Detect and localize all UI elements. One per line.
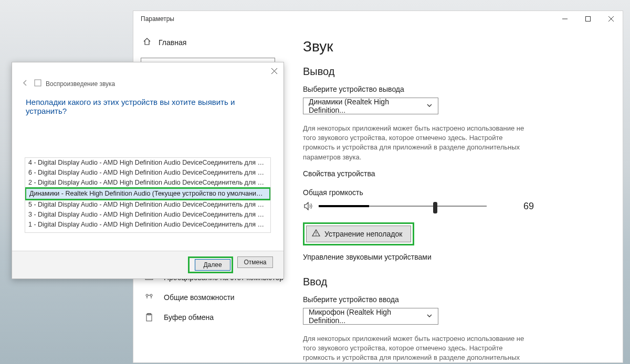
volume-label: Общая громкость xyxy=(303,188,607,197)
minimize-button[interactable] xyxy=(553,11,576,27)
svg-point-10 xyxy=(150,294,152,296)
device-row[interactable]: 3 - Digital Display Audio - AMD High Def… xyxy=(25,210,270,220)
home-label: Главная xyxy=(159,38,186,47)
troubleshooter-dialog: Воспроизведение звука Неполадки какого и… xyxy=(12,62,284,279)
device-row[interactable]: 1 - Digital Display Audio - AMD High Def… xyxy=(25,220,270,230)
dialog-close-button[interactable] xyxy=(269,66,279,76)
back-icon[interactable] xyxy=(22,79,29,88)
settings-window-title: Параметры xyxy=(141,15,174,23)
chevron-down-icon xyxy=(426,312,433,320)
volume-value: 69 xyxy=(518,201,534,212)
sidebar-item-label: Буфер обмена xyxy=(164,313,214,322)
volume-slider[interactable] xyxy=(319,201,487,211)
device-row[interactable]: 5 - Digital Display Audio - AMD High Def… xyxy=(25,200,270,210)
home-icon xyxy=(143,37,151,47)
dialog-header: Воспроизведение звука xyxy=(12,76,284,98)
sidebar-item-label: Общие возможности xyxy=(164,293,235,302)
shared-icon xyxy=(144,293,154,302)
svg-rect-17 xyxy=(35,80,41,86)
troubleshoot-button[interactable]: Устранение неполадок xyxy=(306,226,411,242)
home-nav[interactable]: Главная xyxy=(143,37,285,47)
output-section: Вывод xyxy=(303,66,607,78)
device-list[interactable]: 4 - Digital Display Audio - AMD High Def… xyxy=(25,157,271,233)
device-row[interactable]: 2 - Digital Display Audio - AMD High Def… xyxy=(25,178,270,188)
input-section: Ввод xyxy=(303,276,607,288)
svg-point-9 xyxy=(146,294,148,296)
volume-control: 69 xyxy=(303,201,607,212)
clipboard-icon xyxy=(144,313,154,322)
chevron-down-icon xyxy=(426,102,433,110)
highlight-next-button: Далее xyxy=(188,256,233,273)
output-device-selected: Динамики (Realtek High Definition... xyxy=(309,98,426,114)
settings-content: Звук Вывод Выберите устройство вывода Ди… xyxy=(292,27,623,362)
warning-icon xyxy=(312,229,320,238)
output-device-dropdown[interactable]: Динамики (Realtek High Definition... xyxy=(303,98,438,114)
sound-troubleshoot-icon xyxy=(34,79,41,88)
next-button[interactable]: Далее xyxy=(195,259,230,271)
device-row[interactable]: 6 - Digital Display Audio - AMD High Def… xyxy=(25,168,270,178)
highlight-troubleshoot: Устранение неполадок xyxy=(303,222,414,245)
maximize-button[interactable] xyxy=(576,11,600,27)
troubleshoot-label: Устранение неполадок xyxy=(324,230,402,238)
input-device-dropdown[interactable]: Микрофон (Realtek High Definition... xyxy=(303,308,438,325)
input-device-selected: Микрофон (Realtek High Definition... xyxy=(309,308,426,325)
input-help-text: Для некоторых приложений может быть наст… xyxy=(303,334,534,362)
speaker-icon xyxy=(303,202,316,210)
output-properties-link[interactable]: Свойства устройства xyxy=(303,169,607,178)
svg-rect-1 xyxy=(586,17,591,22)
dialog-question: Неполадки какого из этих устройств вы хо… xyxy=(12,98,284,126)
sidebar-item-shared[interactable]: Общие возможности xyxy=(141,287,285,307)
output-help-text: Для некоторых приложений может быть наст… xyxy=(303,124,534,162)
dialog-header-title: Воспроизведение звука xyxy=(46,80,115,88)
manage-devices-link[interactable]: Управление звуковыми устройствами xyxy=(303,253,607,261)
output-choose-label: Выберите устройство вывода xyxy=(303,85,607,93)
svg-point-14 xyxy=(316,234,317,235)
sidebar-item-clipboard[interactable]: Буфер обмена xyxy=(141,307,285,327)
settings-titlebar: Параметры xyxy=(133,11,623,27)
dialog-footer: Далее Отмена xyxy=(12,251,284,279)
device-row[interactable]: 4 - Digital Display Audio - AMD High Def… xyxy=(25,158,270,168)
device-row-selected[interactable]: Динамики - Realtek High Definition Audio… xyxy=(26,189,269,199)
input-choose-label: Выберите устройство ввода xyxy=(303,295,607,304)
cancel-button[interactable]: Отмена xyxy=(237,256,273,268)
highlight-selected-device: Динамики - Realtek High Definition Audio… xyxy=(25,187,271,200)
close-button[interactable] xyxy=(600,11,623,27)
page-title: Звук xyxy=(303,38,607,55)
